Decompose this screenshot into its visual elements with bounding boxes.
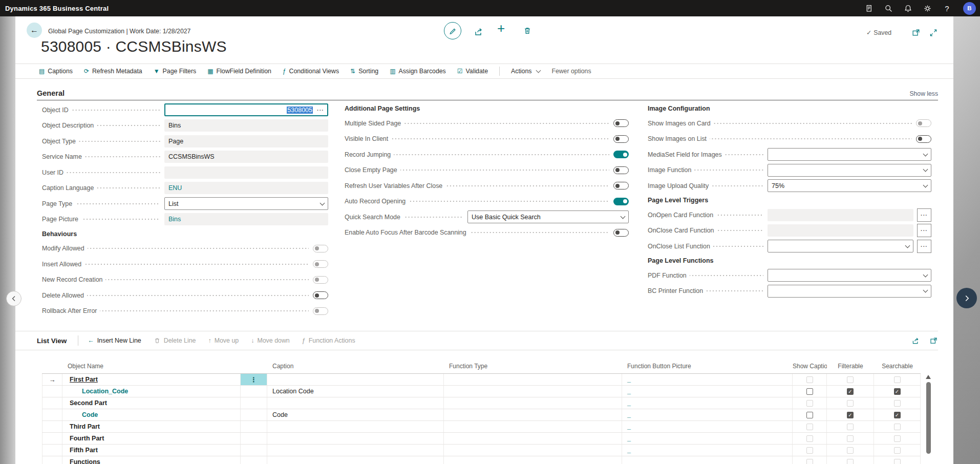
- table-scrollbar[interactable]: [925, 374, 932, 464]
- object-name-first-part[interactable]: First Part: [62, 376, 98, 383]
- table-row-third-part[interactable]: Third Part_: [42, 421, 921, 433]
- ribbon-item-flowfield-definition[interactable]: ▦FlowField Definition: [207, 68, 271, 75]
- column-header-filterable[interactable]: Filterable: [827, 363, 874, 373]
- dropdown-mediaset-field-for-images[interactable]: [768, 148, 931, 161]
- ribbon-item-validate[interactable]: ☑Validate: [457, 68, 488, 75]
- dropdown-image-upload-quality[interactable]: 75%: [768, 179, 931, 192]
- new-button[interactable]: +: [497, 22, 505, 35]
- ribbon-item-refresh-metadata[interactable]: ⟳Refresh Metadata: [84, 68, 142, 75]
- ribbon-item-conditional-views[interactable]: ƒConditional Views: [283, 68, 339, 75]
- object-name-location-code[interactable]: Location_Code: [62, 388, 128, 395]
- toggle-show-images-on-list[interactable]: [916, 135, 931, 143]
- toggle-close-empty-page[interactable]: [613, 166, 629, 174]
- settings-icon[interactable]: [923, 4, 932, 13]
- column-header-show-caption[interactable]: Show Caption: [793, 363, 827, 373]
- table-row-fifth-part[interactable]: Fifth Part_: [42, 445, 921, 456]
- field-row-object-description: Object DescriptionBins: [42, 120, 328, 132]
- report-icon[interactable]: [865, 4, 874, 13]
- back-button[interactable]: ←: [27, 23, 42, 38]
- assist-edit-button[interactable]: ···: [917, 240, 931, 253]
- checkbox-unchecked[interactable]: [806, 388, 813, 395]
- show-less-link[interactable]: Show less: [909, 90, 938, 97]
- dotted-leader: [716, 215, 763, 216]
- dropdown-bc-printer-function[interactable]: [768, 285, 931, 298]
- share-button[interactable]: [474, 27, 484, 37]
- column-header-function-type[interactable]: Function Type: [444, 363, 622, 373]
- ribbon-item-sorting[interactable]: ⇅Sorting: [350, 68, 378, 75]
- table-row-first-part[interactable]: →First Part⋮_: [42, 374, 921, 386]
- checkbox-unchecked[interactable]: [806, 412, 813, 418]
- chevron-down-icon: [905, 243, 910, 248]
- open-in-window-icon[interactable]: [911, 28, 921, 37]
- object-name-code[interactable]: Code: [62, 411, 98, 418]
- table-row-fourth-part[interactable]: Fourth Part_: [42, 433, 921, 445]
- input-object-id[interactable]: 5308005···: [164, 103, 328, 116]
- checkbox-checked[interactable]: ✓: [894, 412, 901, 418]
- ribbon-item-assign-barcodes[interactable]: ▥Assign Barcodes: [390, 68, 446, 75]
- breadcrumb[interactable]: Global Page Customization | Work Date: 1…: [48, 28, 190, 35]
- dotted-leader: [470, 232, 609, 233]
- picture-link[interactable]: _: [622, 423, 631, 430]
- search-icon[interactable]: [884, 4, 893, 13]
- picture-link[interactable]: _: [622, 388, 631, 395]
- assist-edit-button[interactable]: ···: [917, 224, 931, 237]
- table-row-second-part[interactable]: Second Part_: [42, 397, 921, 409]
- scroll-up-arrow[interactable]: [926, 375, 931, 379]
- dropdown-quick-search-mode[interactable]: Use Basic Quick Search: [467, 210, 629, 223]
- share-icon[interactable]: [911, 336, 920, 345]
- edit-button[interactable]: [444, 22, 461, 39]
- app-title[interactable]: Dynamics 365 Business Central: [0, 5, 109, 12]
- dropdown-pdf-function[interactable]: [768, 269, 931, 282]
- field-control: [916, 135, 931, 143]
- picture-link[interactable]: _: [622, 447, 631, 454]
- toggle-record-jumping[interactable]: [613, 151, 629, 158]
- collapse-icon[interactable]: [929, 28, 938, 37]
- assist-edit-button[interactable]: ···: [317, 107, 324, 113]
- avatar[interactable]: B: [963, 2, 976, 15]
- checkbox-checked[interactable]: ✓: [847, 412, 854, 418]
- notifications-icon[interactable]: [904, 4, 912, 13]
- row-menu-cell[interactable]: ⋮: [241, 374, 267, 385]
- checkbox-checked[interactable]: ✓: [894, 388, 901, 395]
- ribbon-item-captions[interactable]: ▤Captions: [39, 68, 73, 75]
- toggle-enable-auto-focus-after-barcode-scanning[interactable]: [613, 229, 629, 237]
- toggle-refresh-user-variables-after-close[interactable]: [613, 182, 629, 189]
- dropdown-page-type[interactable]: List: [164, 197, 328, 210]
- scroll-left-button[interactable]: [6, 291, 22, 306]
- table-row-code[interactable]: CodeCode_✓✓: [42, 409, 921, 421]
- list-view-title[interactable]: List View: [37, 337, 67, 345]
- ribbon-item-page-filters[interactable]: ▼Page Filters: [154, 68, 197, 75]
- field-label: MediaSet Field for Images: [648, 151, 722, 158]
- open-in-window-icon[interactable]: [929, 336, 938, 345]
- help-icon[interactable]: ?: [943, 4, 951, 13]
- toolbar-insert-new-line[interactable]: ←Insert New Line: [88, 337, 141, 344]
- toggle-multiple-sided-page[interactable]: [613, 119, 629, 127]
- picture-link[interactable]: _: [622, 458, 631, 464]
- picture-link[interactable]: _: [622, 435, 631, 442]
- toggle-visible-in-client[interactable]: [613, 135, 629, 143]
- picture-link[interactable]: _: [622, 411, 631, 418]
- column-header-searchable[interactable]: Searchable: [874, 363, 921, 373]
- field-control: [768, 285, 931, 298]
- picture-link[interactable]: _: [622, 376, 631, 383]
- row-options-icon[interactable]: ⋮: [250, 376, 257, 384]
- column-header-caption[interactable]: Caption: [267, 363, 444, 373]
- picture-link[interactable]: _: [622, 399, 631, 407]
- checkbox-checked[interactable]: ✓: [847, 388, 854, 395]
- table-row-location-code[interactable]: Location_CodeLocation Code_✓✓: [42, 386, 921, 397]
- toggle-auto-record-opening[interactable]: [613, 198, 629, 205]
- dotted-leader: [713, 246, 763, 247]
- table-row-functions[interactable]: Functions_: [42, 456, 921, 464]
- column-header-function-button-picture[interactable]: Function Button Picture: [622, 363, 793, 373]
- column-header-object-name[interactable]: Object Name: [62, 363, 267, 373]
- fewer-options-button[interactable]: Fewer options: [551, 68, 591, 75]
- scrollbar-thumb[interactable]: [926, 382, 931, 454]
- general-title[interactable]: General: [37, 89, 65, 97]
- actions-menu[interactable]: Actions: [511, 68, 540, 75]
- assist-edit-button[interactable]: ···: [917, 208, 931, 222]
- dropdown-onclose-list-function[interactable]: [768, 240, 913, 252]
- scroll-right-button[interactable]: [956, 288, 977, 308]
- delete-button[interactable]: [523, 26, 532, 35]
- toggle-delete-allowed[interactable]: [313, 291, 328, 299]
- dropdown-image-function[interactable]: [768, 164, 931, 177]
